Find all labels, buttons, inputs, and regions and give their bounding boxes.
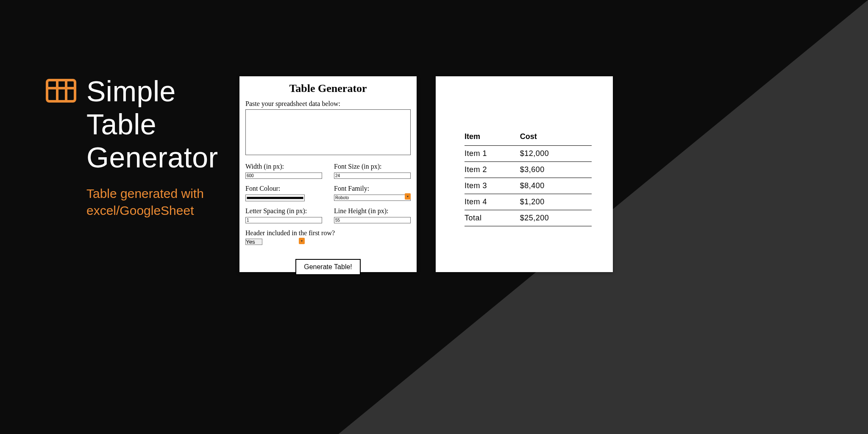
result-table: Item Cost Item 1 $12,000 Item 2 $3,600 I… xyxy=(465,130,592,226)
table-cell: $3,600 xyxy=(517,162,592,178)
hero-title-line: Table xyxy=(86,108,156,140)
hero: Simple Table Generator Table generated w… xyxy=(46,75,218,220)
table-row: Item 2 $3,600 xyxy=(465,162,592,178)
table-icon xyxy=(46,79,76,103)
result-card: Item Cost Item 1 $12,000 Item 2 $3,600 I… xyxy=(436,76,613,272)
table-row: Item 1 $12,000 xyxy=(465,146,592,162)
form-title: Table Generator xyxy=(245,82,411,95)
line-height-label: Line Height (in px): xyxy=(334,207,411,215)
font-family-select[interactable]: Roboto xyxy=(334,195,411,201)
table-row: Item 4 $1,200 xyxy=(465,194,592,210)
table-row: Total $25,200 xyxy=(465,210,592,226)
table-cell: Total xyxy=(465,210,517,226)
letter-spacing-field: Letter Spacing (in px): xyxy=(245,207,322,223)
table-cell: Item 3 xyxy=(465,178,517,194)
hero-title: Simple Table Generator xyxy=(86,75,218,174)
table-cell: $12,000 xyxy=(517,146,592,162)
result-header-row: Item Cost xyxy=(465,130,592,146)
table-row: Item 3 $8,400 xyxy=(465,178,592,194)
paste-label: Paste your spreadsheet data below: xyxy=(245,100,411,108)
font-family-field: Font Family: Roboto ▾ xyxy=(334,185,411,201)
generator-form-card: Table Generator Paste your spreadsheet d… xyxy=(239,76,417,272)
font-colour-input[interactable] xyxy=(245,195,305,201)
header-row-label: Header included in the first row? xyxy=(245,229,411,237)
table-cell: Item 1 xyxy=(465,146,517,162)
result-header-cell: Cost xyxy=(517,130,592,146)
table-cell: Item 4 xyxy=(465,194,517,210)
line-height-field: Line Height (in px): xyxy=(334,207,411,223)
hero-title-line: Simple xyxy=(86,75,176,107)
generate-table-button[interactable]: Generate Table! xyxy=(295,259,361,275)
header-row-select[interactable]: Yes xyxy=(245,239,262,245)
hero-subtitle: Table generated with excel/GoogleSheet xyxy=(86,185,218,220)
table-cell: Item 2 xyxy=(465,162,517,178)
width-input[interactable] xyxy=(245,172,322,179)
table-cell: $8,400 xyxy=(517,178,592,194)
font-family-label: Font Family: xyxy=(334,185,411,192)
letter-spacing-input[interactable] xyxy=(245,217,322,223)
font-size-input[interactable] xyxy=(334,172,411,179)
hero-sub-line: excel/GoogleSheet xyxy=(86,203,194,217)
spreadsheet-input[interactable] xyxy=(245,109,411,155)
hero-sub-line: Table generated with xyxy=(86,186,204,200)
line-height-input[interactable] xyxy=(334,217,411,223)
hero-title-line: Generator xyxy=(86,141,218,173)
svg-rect-0 xyxy=(47,80,75,101)
header-row-field: Header included in the first row? Yes ▾ xyxy=(245,229,411,245)
width-field: Width (in px): xyxy=(245,163,322,179)
result-header-cell: Item xyxy=(465,130,517,146)
chevron-down-icon: ▾ xyxy=(299,238,305,244)
letter-spacing-label: Letter Spacing (in px): xyxy=(245,207,322,215)
font-size-field: Font Size (in px): xyxy=(334,163,411,179)
width-label: Width (in px): xyxy=(245,163,322,170)
table-cell: $1,200 xyxy=(517,194,592,210)
font-colour-label: Font Colour: xyxy=(245,185,322,192)
font-size-label: Font Size (in px): xyxy=(334,163,411,170)
table-cell: $25,200 xyxy=(517,210,592,226)
font-colour-field: Font Colour: xyxy=(245,185,322,201)
